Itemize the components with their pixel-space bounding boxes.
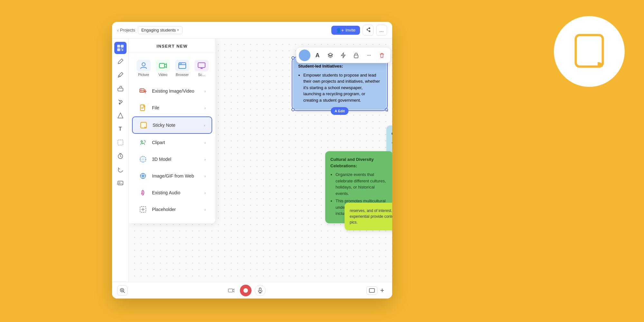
mic-icon [258, 288, 263, 293]
quick-icons-row: Picture Video [129, 55, 215, 82]
record-button[interactable] [240, 285, 251, 296]
menu-item-clipart[interactable]: Clipart › [132, 134, 212, 151]
pencil-icon [117, 72, 124, 78]
mic-button[interactable] [255, 285, 266, 296]
layers-button[interactable] [325, 50, 336, 61]
bottombar: + [112, 282, 392, 299]
svg-rect-1 [117, 45, 120, 48]
fill-icon [117, 99, 124, 105]
quick-icon-browser[interactable]: Browser [173, 58, 192, 78]
svg-point-18 [180, 63, 181, 64]
menu-item-placeholder[interactable]: Placeholder › [132, 201, 212, 217]
project-title-btn[interactable]: Engaging students ▾ [138, 26, 183, 34]
svg-rect-10 [118, 140, 123, 145]
lightning-button[interactable] [337, 50, 349, 61]
color-picker-button[interactable] [299, 50, 310, 61]
share-button[interactable] [363, 25, 374, 36]
sidebar-tool-text[interactable]: T [114, 123, 127, 135]
breadcrumb-back-arrow[interactable]: ‹ [117, 28, 119, 33]
record-circle-icon [243, 288, 248, 293]
add-button[interactable]: + [377, 286, 387, 295]
placeholder-icon [138, 205, 147, 214]
quick-icon-screen[interactable]: Sc... [192, 58, 211, 78]
picture-icon [139, 61, 148, 70]
resize-handle[interactable]: ↘ [384, 107, 390, 113]
edit-label: A Edit [335, 108, 345, 114]
video-icon [159, 61, 167, 70]
svg-rect-3 [117, 48, 120, 51]
menu-item-3d-model[interactable]: 3D Model › [132, 151, 212, 167]
media-icon [117, 180, 124, 186]
sidebar-tool-fill[interactable] [114, 96, 127, 108]
lock-button[interactable] [350, 50, 362, 61]
chevron-down-icon: ▾ [177, 28, 179, 32]
svg-rect-40 [259, 288, 261, 291]
3d-model-label: 3D Model [152, 157, 200, 162]
image-gif-web-icon [138, 171, 147, 180]
sidebar-tool-pencil[interactable] [114, 69, 127, 81]
invite-label: Invite [346, 28, 355, 32]
menu-item-existing-image-video[interactable]: Existing Image/Video › [132, 83, 212, 99]
sticky-note-yellow-green[interactable]: reserves, and of interest.experiential p… [345, 203, 392, 230]
insert-panel: INSERT NEW Picture V [129, 39, 216, 223]
placeholder-arrow: › [204, 207, 206, 212]
3d-model-arrow: › [204, 157, 206, 162]
sidebar-tool-pen[interactable] [114, 55, 127, 68]
quick-icon-video[interactable]: Video [153, 58, 173, 78]
existing-image-video-arrow: › [204, 89, 206, 94]
video-label: Video [158, 73, 167, 77]
sticky-note-blue[interactable]: Student-led Initiatives: Empower student… [293, 58, 386, 110]
sidebar-tool-eraser[interactable] [114, 82, 127, 95]
sidebar-tool-shape[interactable] [114, 109, 127, 122]
frame-button[interactable] [366, 286, 377, 295]
text-format-button[interactable]: A [312, 50, 323, 61]
canvas-area: A ··· [216, 39, 392, 282]
menu-item-image-gif-web[interactable]: Image/GIF from Web › [132, 168, 212, 184]
menu-item-file[interactable]: File › [132, 100, 212, 116]
timer-icon [117, 153, 124, 159]
more-options-button[interactable]: ... [376, 25, 387, 36]
image-gif-web-label: Image/GIF from Web [152, 173, 200, 179]
quick-icon-picture[interactable]: Picture [134, 58, 153, 78]
breadcrumb[interactable]: ‹ Projects [117, 28, 135, 33]
pen-icon [117, 58, 124, 65]
breadcrumb-projects-label[interactable]: Projects [120, 28, 135, 32]
existing-image-video-icon [138, 87, 147, 96]
sticky-note-arrow: › [204, 123, 205, 128]
browser-icon [178, 61, 186, 70]
svg-rect-37 [354, 55, 358, 58]
browser-icon-box [175, 60, 189, 71]
svg-rect-15 [159, 63, 165, 68]
sidebar-tool-undo[interactable] [114, 163, 127, 176]
menu-item-existing-audio[interactable]: Existing Audio › [132, 185, 212, 201]
screen-icon [197, 61, 206, 70]
selection-corner-tl [291, 56, 295, 60]
existing-image-video-label: Existing Image/Video [152, 88, 200, 94]
svg-marker-9 [118, 113, 123, 118]
sidebar-tool-select[interactable] [114, 136, 127, 149]
svg-point-19 [181, 63, 182, 64]
delete-button[interactable] [376, 50, 388, 61]
note-edit-button[interactable]: A Edit [331, 107, 348, 115]
clipart-icon [138, 138, 147, 147]
menu-item-sticky-note[interactable]: Sticky Note › [132, 116, 212, 134]
select-icon [117, 139, 124, 146]
sidebar-tool-timer[interactable] [114, 150, 127, 162]
zoom-button[interactable] [117, 285, 128, 296]
add-icon: + [380, 286, 384, 295]
green-note-item1: Organize events that celebrate different… [336, 171, 388, 197]
selection-corner-bl [291, 108, 295, 111]
blue-note-list: Empower students to propose and lead the… [298, 72, 381, 104]
file-icon [138, 103, 147, 112]
invite-button[interactable]: 👤+ Invite [331, 26, 360, 35]
sidebar-tool-media[interactable] [114, 177, 127, 189]
clipart-label: Clipart [152, 140, 200, 145]
camera-button[interactable] [226, 285, 237, 296]
screen-label: Sc... [198, 73, 205, 77]
frame-icon [369, 288, 375, 293]
project-name-label: Engaging students [141, 28, 176, 32]
more-options-toolbar-button[interactable]: ··· [363, 50, 375, 61]
sidebar-tool-insert[interactable] [114, 42, 127, 54]
left-sidebar: T [112, 39, 129, 299]
topbar: ‹ Projects Engaging students ▾ 👤+ Invite… [112, 22, 392, 39]
